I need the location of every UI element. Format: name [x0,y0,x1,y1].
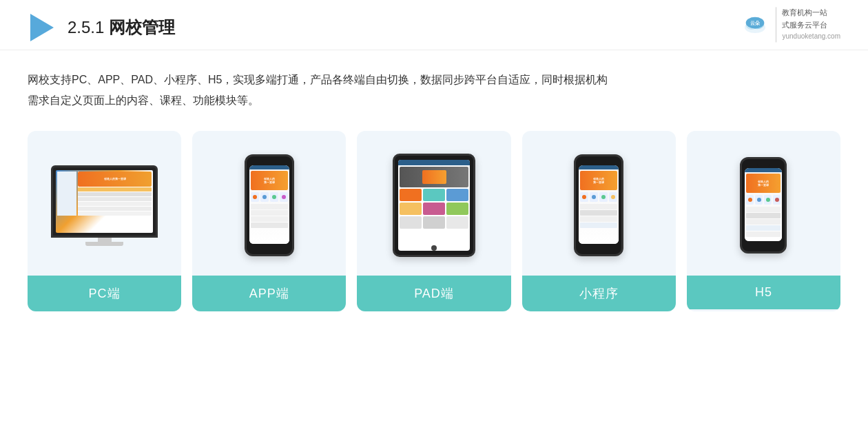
app-phone-mockup: 创造人的第一堂课 [245,154,294,256]
h5-label: H5 [687,276,840,309]
device-card-pc: 创造人的第一堂课 [28,131,181,311]
app-label: APP端 [192,276,346,311]
device-cards-section: 创造人的第一堂课 [0,117,868,332]
h5-phone-mockup: 创造人的第一堂课 [740,157,787,254]
app-image-area: 创造人的第一堂课 [192,131,346,276]
page-logo-icon [28,12,55,43]
svg-text:云朵: 云朵 [750,21,761,25]
pad-image-area [357,131,510,276]
device-card-app: 创造人的第一堂课 [192,131,346,311]
pc-screen: 创造人的第一堂课 [51,165,158,238]
miniprogram-phone-mockup: 创造人的第一堂课 [574,154,623,256]
device-card-pad: PAD端 [357,131,510,311]
h5-image-area: 创造人的第一堂课 [687,131,840,276]
description-block: 网校支持PC、APP、PAD、小程序、H5，实现多端打通，产品各终端自由切换，数… [0,50,868,117]
brand-logo: 云朵 教育机构一站 式服务云平台 yunduoketang.com [741,7,840,42]
pad-label: PAD端 [357,276,510,311]
miniprogram-label: 小程序 [522,276,676,311]
page-container: 2.5.1 网校管理 云朵 教育机构一站 式服务云平台 yunduoketang… [0,0,868,434]
description-line1: 网校支持PC、APP、PAD、小程序、H5，实现多端打通，产品各终端自由切换，数… [28,70,840,90]
device-card-miniprogram: 创造人的第一堂课 [522,131,676,311]
pc-image-area: 创造人的第一堂课 [28,131,181,276]
miniprogram-image-area: 创造人的第一堂课 [522,131,676,276]
page-header: 2.5.1 网校管理 云朵 教育机构一站 式服务云平台 yunduoketang… [0,0,868,50]
device-card-h5: 创造人的第一堂课 [687,131,840,311]
svg-marker-0 [30,14,54,41]
pc-label: PC端 [28,276,181,311]
brand-info: 教育机构一站 式服务云平台 yunduoketang.com [776,7,840,42]
description-line2: 需求自定义页面上的内容、课程、功能模块等。 [28,90,840,111]
pad-tablet-mockup [393,154,475,257]
pc-mockup: 创造人的第一堂课 [51,165,158,246]
yunduoketang-icon: 云朵 [741,11,769,39]
page-title: 2.5.1 网校管理 [68,17,175,39]
